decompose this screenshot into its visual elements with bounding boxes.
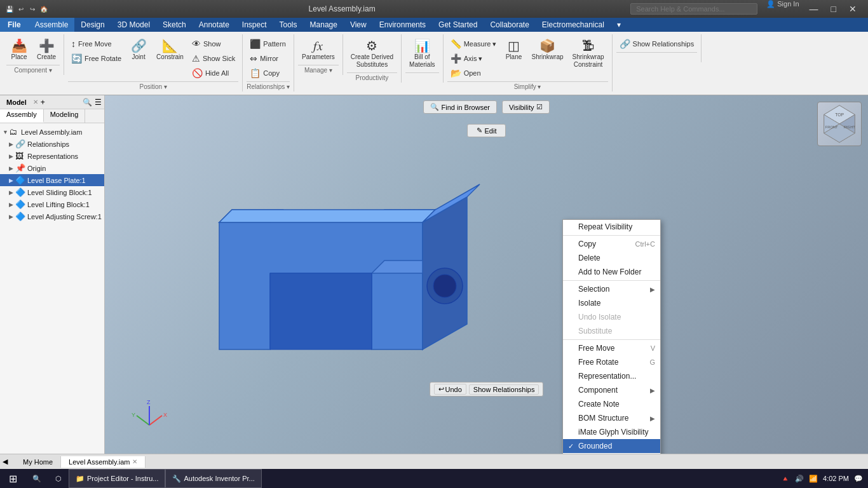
menu-assemble[interactable]: Assemble [29, 18, 75, 32]
tree-item-sliding-block[interactable]: ▶ 🔷 Level Sliding Block:1 [0, 186, 104, 198]
constrain-button[interactable]: 📐 Constrain [153, 37, 187, 64]
ctx-imate-glyph[interactable]: iMate Glyph Visibility [563, 425, 660, 439]
edit-button[interactable]: ✎ Edit [467, 124, 506, 137]
free-rotate-button[interactable]: 🔄 Free Rotate [68, 51, 125, 65]
tree-root[interactable]: ▼ 🗂 Level Assembly.iam [0, 126, 104, 138]
show-button[interactable]: 👁 Show [189, 37, 238, 51]
open-button[interactable]: 📂 Open [447, 66, 500, 80]
minimize-button[interactable]: — [803, 0, 825, 18]
pattern-button[interactable]: ⬛ Pattern [247, 37, 288, 51]
menu-3dmodel[interactable]: 3D Model [111, 18, 156, 32]
ctx-free-move[interactable]: Free Move V [563, 341, 660, 355]
menu-annotate[interactable]: Annotate [193, 18, 236, 32]
tree-item-base-plate[interactable]: ▶ 🔷 Level Base Plate:1 [0, 174, 104, 186]
show-relationships-button[interactable]: 🔗 Show Relationships [616, 37, 698, 51]
maximize-button[interactable]: □ [825, 0, 843, 18]
menu-tools[interactable]: Tools [273, 18, 304, 32]
find-in-browser-button[interactable]: 🔍 Find in Browser [423, 100, 497, 114]
ctx-selection[interactable]: Selection ▶ [563, 282, 660, 296]
create-button[interactable]: ➕ Create [33, 37, 60, 64]
taskbar-speaker-icon: 🔊 [795, 475, 804, 483]
taskbar-item-autodesk[interactable]: 🔧 Autodesk Inventor Pr... [165, 469, 261, 488]
tree-item-adjusting-screw[interactable]: ▶ 🔷 Level Adjusting Screw:1 [0, 210, 104, 222]
tree-item-origin[interactable]: ▶ 📌 Origin [0, 162, 104, 174]
taskbar-search[interactable]: 🔍 [25, 469, 48, 488]
measure-button[interactable]: 📏 Measure ▾ [447, 37, 500, 51]
ctx-free-rotate[interactable]: Free Rotate G [563, 355, 660, 369]
search-tree-button[interactable]: 🔍 [83, 98, 92, 107]
menu-more[interactable]: ▾ [611, 18, 627, 32]
taskbar-notification-icon[interactable]: 💬 [854, 475, 863, 483]
joint-label: Joint [132, 53, 146, 61]
axis-indicator: X Y Z [130, 396, 168, 435]
main-viewport[interactable]: 🔍 Find in Browser Visibility ☑ ✎ Edit [105, 95, 868, 454]
tree-item-relationships[interactable]: ▶ 🔗 Relationships [0, 138, 104, 150]
svg-text:FRONT: FRONT [825, 125, 838, 129]
axis-button[interactable]: ➕ Axis ▾ [447, 51, 500, 65]
close-button[interactable]: ✕ [843, 0, 863, 18]
menu-collaborate[interactable]: Collaborate [484, 18, 535, 32]
menu-inspect[interactable]: Inspect [236, 18, 273, 32]
show-relationships-vp-button[interactable]: Show Relationships [469, 384, 539, 395]
joint-button[interactable]: 🔗 Joint [126, 37, 151, 64]
add-tab-button[interactable]: + [41, 98, 45, 107]
model-tab[interactable]: Model [3, 97, 31, 107]
productivity-group-label: Productivity [347, 72, 397, 81]
taskbar-task-view-icon: ⬡ [55, 475, 62, 483]
visibility-button[interactable]: Visibility ☑ [502, 100, 550, 114]
redo-icon-titlebar[interactable]: ↪ [28, 4, 37, 13]
modeling-tab[interactable]: Modeling [44, 109, 86, 123]
mirror-button[interactable]: ⇔ Mirror [247, 51, 288, 65]
ctx-isolate[interactable]: Isolate [563, 296, 660, 310]
ctx-bom-structure[interactable]: BOM Structure ▶ [563, 411, 660, 425]
bom-group-label [405, 72, 439, 81]
ctx-add-to-new-folder[interactable]: Add to New Folder [563, 265, 660, 279]
plane-button[interactable]: ◫ Plane [501, 37, 526, 64]
menu-file[interactable]: File [0, 18, 29, 32]
level-assembly-tab-close[interactable]: ✕ [132, 458, 137, 465]
shrinkwrap-constraint-button[interactable]: 🗜 ShrinkwrapConstraint [569, 37, 608, 71]
bom-button[interactable]: 📊 Bill ofMaterials [405, 37, 439, 71]
tab-nav-left[interactable]: ◀ [0, 458, 10, 466]
bottom-tab-my-home[interactable]: My Home [15, 456, 61, 468]
menu-get-started[interactable]: Get Started [432, 18, 484, 32]
menu-environments[interactable]: Environments [373, 18, 432, 32]
tree-item-representations[interactable]: ▶ 🖼 Representations [0, 150, 104, 162]
menu-electromechanical[interactable]: Electromechanical [536, 18, 611, 32]
ctx-create-note[interactable]: Create Note [563, 397, 660, 411]
undo-icon-titlebar[interactable]: ↩ [17, 4, 25, 13]
sign-in[interactable]: 👤 Sign In [763, 0, 803, 18]
parameters-button[interactable]: 𝑓𝑥 Parameters [298, 37, 339, 64]
menu-sketch[interactable]: Sketch [156, 18, 193, 32]
model-tab-close[interactable]: ✕ [33, 98, 38, 105]
ctx-repeat-visibility[interactable]: Repeat Visibility [563, 220, 660, 234]
ctx-grounded[interactable]: ✓ Grounded [563, 439, 660, 453]
bottom-tab-level-assembly[interactable]: Level Assembly.iam ✕ [61, 456, 146, 468]
start-button[interactable]: ⊞ [0, 469, 25, 488]
free-move-button[interactable]: ↕ Free Move [68, 37, 125, 51]
tree-options-button[interactable]: ☰ [95, 98, 102, 107]
assembly-tab[interactable]: Assembly [0, 109, 44, 123]
copy-button[interactable]: 📋 Copy [247, 66, 288, 80]
ctx-adaptive[interactable]: Adaptive [563, 453, 660, 454]
taskbar-task-view[interactable]: ⬡ [48, 469, 69, 488]
menu-manage[interactable]: Manage [304, 18, 344, 32]
create-derived-substitutes-button[interactable]: ⚙ Create DerivedSubstitutes [347, 37, 397, 71]
ctx-representation[interactable]: Representation... [563, 369, 660, 383]
shrinkwrap-button[interactable]: 📦 Shrinkwrap [527, 37, 567, 64]
ctx-component-arrow: ▶ [650, 387, 655, 394]
view-cube[interactable]: TOP FRONT RIGHT [817, 102, 862, 146]
tree-item-lifting-block[interactable]: ▶ 🔷 Level Lifting Block:1 [0, 198, 104, 210]
menu-view[interactable]: View [344, 18, 373, 32]
ctx-delete[interactable]: Delete [563, 251, 660, 265]
hide-all-button[interactable]: 🚫 Hide All [189, 66, 238, 80]
place-button[interactable]: 📥 Place [6, 37, 32, 64]
ctx-copy[interactable]: Copy Ctrl+C [563, 237, 660, 251]
undo-button[interactable]: ↩ Undo [434, 384, 466, 395]
taskbar-item-project-editor[interactable]: 📁 Project Editor - Instru... [69, 469, 165, 488]
show-sick-button[interactable]: ⚠ Show Sick [189, 51, 238, 65]
home-icon-titlebar[interactable]: 🏠 [39, 4, 48, 13]
search-input[interactable] [630, 3, 757, 15]
ctx-component[interactable]: Component ▶ [563, 383, 660, 397]
menu-design[interactable]: Design [74, 18, 111, 32]
